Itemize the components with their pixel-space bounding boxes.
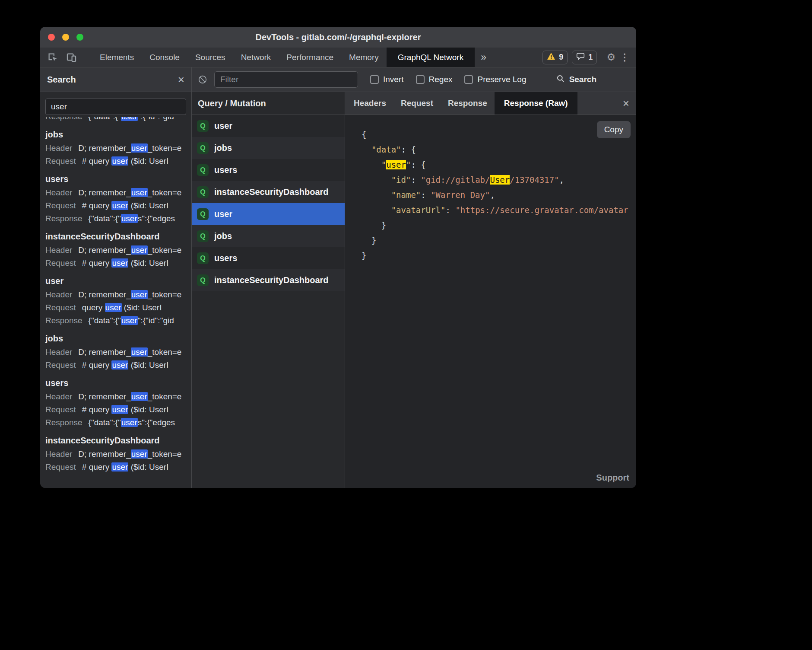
json-token: :: [445, 205, 455, 215]
json-line: "name": "Warren Day",: [362, 188, 636, 203]
close-search-icon[interactable]: ×: [178, 74, 184, 85]
toolbar-tab-console[interactable]: Console: [142, 48, 187, 67]
support-link[interactable]: Support: [596, 473, 629, 483]
menu-dots-icon[interactable]: ⋮: [620, 52, 629, 63]
query-item-instancesecuritydashboard[interactable]: QinstanceSecurityDashboard: [192, 269, 345, 291]
text-segment: _token=e: [148, 347, 182, 357]
detail-tab-headers[interactable]: Headers: [346, 92, 393, 115]
search-result-title[interactable]: user: [45, 274, 186, 288]
filter-options: InvertRegexPreserve Log: [370, 75, 526, 84]
search-result-line[interactable]: Request# query user ($id: UserI: [45, 403, 186, 416]
minimize-window-button[interactable]: [62, 34, 69, 41]
search-result-line[interactable]: HeaderD; remember_user_token=e: [45, 390, 186, 403]
search-result-title[interactable]: users: [45, 376, 186, 390]
result-line-label: Request: [45, 156, 76, 166]
toolbar-tab-network[interactable]: Network: [233, 48, 279, 67]
match-highlight: user: [111, 258, 128, 268]
result-line-text: # query user ($id: UserI: [82, 156, 169, 166]
toolbar-tab-memory[interactable]: Memory: [341, 48, 387, 67]
search-result-line[interactable]: Response{"data":{"users":{"edges: [45, 416, 186, 429]
checkbox-icon: [370, 75, 379, 84]
filter-checkbox-regex[interactable]: Regex: [416, 75, 453, 84]
search-result-line[interactable]: HeaderD; remember_user_token=e: [45, 288, 186, 301]
search-result-line[interactable]: HeaderD; remember_user_token=e: [45, 448, 186, 461]
warnings-badge[interactable]: 9: [542, 51, 568, 64]
filter-checkbox-invert[interactable]: Invert: [370, 75, 404, 84]
result-line-label: Header: [45, 290, 72, 299]
text-segment: {"data":{": [89, 418, 121, 427]
query-item-user[interactable]: Quser: [192, 115, 345, 137]
titlebar[interactable]: DevTools - gitlab.com/-/graphql-explorer: [40, 27, 636, 48]
query-item-users[interactable]: Qusers: [192, 159, 345, 181]
search-result-title[interactable]: jobs: [45, 127, 186, 142]
close-window-button[interactable]: [48, 34, 55, 41]
search-toggle-label: Search: [569, 75, 596, 84]
clear-icon[interactable]: [198, 75, 207, 84]
result-line-text: {"data":{"user":{"id":"gid: [89, 316, 174, 325]
detail-panel: HeadersRequestResponseResponse (Raw) × C…: [345, 92, 636, 488]
filter-input[interactable]: [215, 72, 358, 87]
match-highlight: user: [111, 201, 128, 210]
clipped-result-line[interactable]: Response{"data":{"user":{"id":"gid: [45, 117, 186, 123]
filter-checkbox-preserve-log[interactable]: Preserve Log: [464, 75, 526, 84]
search-result-line[interactable]: HeaderD; remember_user_token=e: [45, 244, 186, 257]
json-token: [362, 190, 391, 200]
query-item-jobs[interactable]: Qjobs: [192, 137, 345, 159]
query-list-panel: Query / Mutation QuserQjobsQusersQinstan…: [192, 92, 345, 488]
settings-gear-icon[interactable]: ⚙: [606, 51, 615, 63]
query-item-label: jobs: [214, 231, 232, 241]
search-result-line[interactable]: Request# query user ($id: UserI: [45, 155, 186, 168]
search-result-line[interactable]: Request# query user ($id: UserI: [45, 199, 186, 212]
query-item-user[interactable]: Quser: [192, 203, 345, 225]
search-result-line[interactable]: Response{"data":{"user":{"id":"gid: [45, 314, 186, 327]
toolbar-tab-performance[interactable]: Performance: [279, 48, 341, 67]
main-area: Search × Response{"data":{"user":{"id":"…: [40, 67, 636, 488]
query-item-jobs[interactable]: Qjobs: [192, 225, 345, 247]
zoom-window-button[interactable]: [76, 34, 83, 41]
toolbar-tab-graphql-network[interactable]: GraphQL Network: [387, 48, 475, 67]
search-result-line[interactable]: HeaderD; remember_user_token=e: [45, 142, 186, 155]
search-result-title[interactable]: jobs: [45, 331, 186, 346]
search-result-line[interactable]: Response{"data":{"users":{"edges: [45, 212, 186, 225]
text-segment: # query: [82, 405, 112, 414]
query-list: QuserQjobsQusersQinstanceSecurityDashboa…: [192, 115, 345, 488]
search-result-title[interactable]: instanceSecurityDashboard: [45, 433, 186, 448]
toolbar-tab-sources[interactable]: Sources: [187, 48, 233, 67]
search-input[interactable]: [46, 99, 186, 115]
text-segment: _token=e: [148, 245, 182, 255]
message-icon: [576, 52, 585, 63]
more-tabs-icon[interactable]: »: [475, 48, 492, 67]
copy-button[interactable]: Copy: [597, 121, 631, 138]
search-toggle[interactable]: Search: [556, 74, 596, 85]
search-result-entry: usersHeaderD; remember_user_token=eReque…: [45, 376, 186, 429]
search-result-line[interactable]: HeaderD; remember_user_token=e: [45, 186, 186, 199]
query-item-label: instanceSecurityDashboard: [214, 187, 329, 197]
text-segment: ($id: UserI: [128, 462, 168, 472]
text-segment: ($id: UserI: [128, 258, 168, 268]
close-detail-icon[interactable]: ×: [623, 98, 629, 109]
inspect-element-icon[interactable]: [43, 48, 62, 67]
search-result-line[interactable]: Response{"data":{"user":{"id":"gid: [45, 117, 186, 123]
detail-tab-response-raw[interactable]: Response (Raw): [495, 92, 577, 115]
detail-tab-response[interactable]: Response: [441, 92, 495, 115]
query-type-icon: Q: [197, 274, 209, 286]
search-result-title[interactable]: users: [45, 172, 186, 186]
search-result-line[interactable]: Requestquery user ($id: UserI: [45, 301, 186, 314]
match-highlight: user: [121, 214, 138, 223]
result-line-text: D; remember_user_token=e: [78, 290, 181, 299]
query-item-instancesecuritydashboard[interactable]: QinstanceSecurityDashboard: [192, 181, 345, 203]
search-result-line[interactable]: Request# query user ($id: UserI: [45, 257, 186, 270]
text-segment: D; remember_: [78, 188, 130, 197]
text-segment: D; remember_: [78, 143, 130, 153]
result-line-label: Response: [45, 214, 82, 223]
search-result-line[interactable]: Request# query user ($id: UserI: [45, 359, 186, 372]
device-toolbar-icon[interactable]: [62, 48, 81, 67]
search-result-line[interactable]: Request# query user ($id: UserI: [45, 461, 186, 474]
detail-tab-request[interactable]: Request: [393, 92, 441, 115]
match-highlight: user: [111, 405, 128, 414]
issues-badge[interactable]: 1: [572, 51, 597, 64]
search-result-line[interactable]: HeaderD; remember_user_token=e: [45, 346, 186, 359]
search-result-title[interactable]: instanceSecurityDashboard: [45, 229, 186, 244]
query-item-users[interactable]: Qusers: [192, 247, 345, 269]
toolbar-tab-elements[interactable]: Elements: [92, 48, 142, 67]
